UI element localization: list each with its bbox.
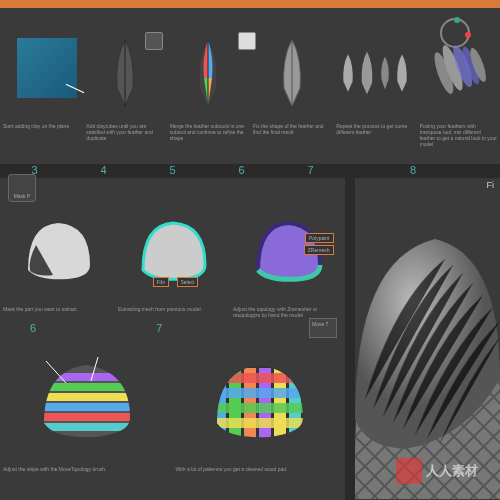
weave-basket [209,353,309,443]
watermark: 人人素材 [396,456,486,486]
final-section: Fi [355,178,500,500]
shell-masked [18,215,98,285]
tutorial-sheet: Start adding clay on the plane Add clayt… [0,0,500,500]
feather-group [340,38,410,108]
weave-stripes-icon [36,353,136,443]
weave-row [0,333,345,463]
tag-label: Select [177,277,199,287]
feather-steps-row [0,38,500,118]
step-number: 8 [410,164,416,176]
step-caption: Extracting mesh from previous model. [115,306,230,318]
shell-icon [18,215,98,285]
accent-bar [0,0,500,8]
step-caption: Fix the shape of the feather and find th… [250,123,333,147]
step-feather-cluster [417,38,500,118]
svg-rect-11 [36,393,136,401]
feathered-cap-icon [355,198,500,500]
feather-caption-row: Start adding clay on the plane Add clayt… [0,123,500,147]
tag-label: Polypaint [305,233,334,243]
feather-icon [340,38,356,108]
step-numbers-a: 3 4 5 6 7 [0,164,345,176]
step-plane [0,38,83,118]
feather-icon [111,38,139,108]
weave-basket-icon [209,353,309,443]
shell-caption-row: Mask the part you want to extract. Extra… [0,306,345,318]
step-caption: Adjust the topology with Zremesher or re… [230,306,345,318]
svg-rect-24 [209,373,309,383]
svg-rect-25 [209,388,309,398]
feather-icon [394,38,410,108]
shell-section: Mask P Fibr Select [0,178,345,500]
svg-rect-10 [36,403,136,411]
svg-rect-12 [36,383,136,391]
step-caption: Start adding clay on the plane [0,123,83,147]
step-caption: Add claytubes until you are satisfied wi… [83,123,166,147]
final-render [355,198,500,500]
feather-icon [278,38,306,108]
shell-retopo: Polypaint ZRemesh [248,215,328,285]
step-caption: Mask the part you want to extract. [0,306,115,318]
step-feather-variants [333,38,416,118]
tag-label: Fibr [153,277,170,287]
watermark-icon [396,458,422,484]
step-number: 5 [169,164,175,176]
feather-cluster-icon [423,38,493,98]
tag-label: ZRemesh [304,245,334,255]
step-feather-gray [250,38,333,118]
final-label: Fi [487,180,495,190]
plane-mesh [17,38,77,98]
step-caption: Repeat the process to get some different… [333,123,416,147]
step-caption: Merge the feather subtools in one subtoo… [167,123,250,147]
step-caption: With a lot of patience you get a cleaned… [173,466,346,472]
step-number: 6 [238,164,244,176]
weave-stripes [36,353,136,443]
feather-color-icon [194,38,222,108]
svg-line-15 [46,361,66,383]
step-number: 7 [307,164,313,176]
feather-icon [378,38,392,108]
feather-section: Start adding clay on the plane Add clayt… [0,8,500,164]
svg-rect-27 [209,418,309,428]
watermark-text: 人人素材 [426,462,478,480]
svg-rect-9 [36,413,136,421]
shell-extract: Fibr Select [133,215,213,285]
tool-button[interactable] [145,32,163,50]
step-feather-1 [83,38,166,118]
shell-row: Fibr Select Polypaint ZRemesh [0,190,345,310]
shell-icon [133,215,213,285]
weave-caption-row: Adjust the stripe with the MoveTopology … [0,466,345,472]
svg-rect-13 [36,373,136,381]
svg-rect-26 [209,403,309,413]
move-label: Move T [312,321,329,327]
step-feather-color [167,38,250,118]
step-caption: Adjust the stripe with the MoveTopology … [0,466,173,472]
step-number: 4 [100,164,106,176]
feather-icon [358,38,376,108]
step-caption: Posing your feathers with transpose tool… [417,123,500,147]
svg-rect-14 [36,423,136,431]
